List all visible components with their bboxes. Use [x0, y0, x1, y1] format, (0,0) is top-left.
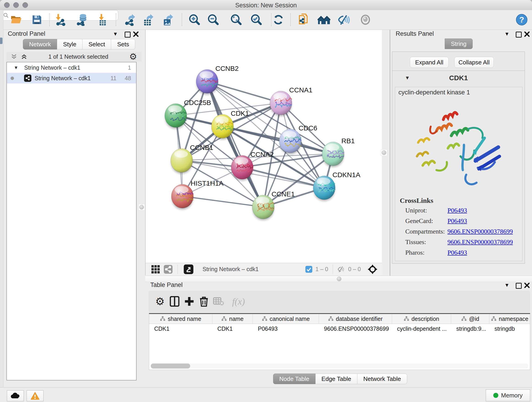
crosslink-genecard-link[interactable]: P06493: [447, 217, 467, 225]
table-horizontal-scrollbar[interactable]: [151, 364, 528, 369]
horizontal-splitter[interactable]: [145, 276, 532, 282]
toolbar-separator: [182, 13, 182, 26]
column-header-shared-name[interactable]: shared name: [149, 314, 212, 324]
document-share-icon: [298, 13, 310, 26]
birdseye-navigator-icon[interactable]: [367, 264, 378, 274]
column-type-icon: [328, 316, 334, 322]
open-in-new-window-icon[interactable]: [184, 264, 193, 274]
share-document-button[interactable]: [298, 13, 311, 26]
zoom-in-button[interactable]: [188, 13, 201, 26]
tree-caret-icon[interactable]: ▼: [14, 65, 18, 70]
tab-select[interactable]: Select: [82, 39, 111, 50]
crosslink-compartments-link[interactable]: 9606.ENSP00000378699: [447, 228, 513, 235]
crosslink-pharos-link[interactable]: P06493: [447, 249, 467, 256]
table-panel-menu-icon[interactable]: ▾: [505, 281, 508, 288]
cloud-button[interactable]: [7, 390, 24, 401]
export-image-button[interactable]: [161, 13, 175, 26]
node-count: 11: [110, 75, 116, 82]
show-columns-icon[interactable]: [167, 294, 182, 309]
crosslink-tissues-link[interactable]: 9606.ENSP00000378699: [447, 238, 513, 246]
column-header-name[interactable]: name: [212, 314, 253, 324]
column-type-icon: [221, 316, 227, 322]
tab-node-table[interactable]: Node Table: [273, 374, 316, 384]
delete-column-trash-icon[interactable]: [196, 294, 211, 309]
network-list-options-gear-icon[interactable]: ⚙: [129, 52, 137, 61]
node-label-CDC6: CDC6: [298, 124, 317, 132]
control-panel-menu-icon[interactable]: ▾: [114, 30, 117, 37]
tab-sets[interactable]: Sets: [111, 39, 135, 50]
collapse-all-button[interactable]: Collapse All: [454, 57, 494, 68]
share-network-icon[interactable]: [164, 265, 172, 274]
collapse-all-chevrons-icon[interactable]: [11, 53, 17, 60]
table-options-gear-icon[interactable]: ⚙: [152, 294, 167, 309]
column-header-id[interactable]: @id: [451, 314, 489, 324]
import-network-file-button[interactable]: [53, 13, 67, 26]
save-session-button[interactable]: [30, 13, 44, 26]
open-session-button[interactable]: [10, 13, 23, 26]
export-table-button[interactable]: [142, 13, 155, 26]
hide-unhide-button[interactable]: [337, 13, 351, 26]
results-panel: Results Panel ▾ String Expand All Collap…: [390, 30, 532, 276]
tab-string[interactable]: String: [445, 38, 473, 49]
network-canvas[interactable]: CCNB2CCNA1CDC25BCDK1CDC6RB1CCNB1CCNA2CDK…: [145, 30, 382, 263]
results-panel-close-icon[interactable]: [524, 31, 530, 37]
column-header-description[interactable]: description: [392, 314, 451, 324]
toolbar-separator: [49, 13, 50, 26]
warning-button[interactable]: [27, 390, 44, 401]
left-splitter-handle[interactable]: [138, 204, 145, 211]
search-icon: [3, 12, 9, 18]
zoom-selected-button[interactable]: [250, 13, 263, 26]
gene-symbol: CDK1: [392, 74, 525, 82]
string-home-button[interactable]: [317, 13, 331, 26]
control-panel-float-icon[interactable]: [125, 32, 131, 38]
results-panel-float-icon[interactable]: [516, 32, 522, 38]
create-column-icon[interactable]: [182, 294, 196, 309]
zoom-fit-button[interactable]: [230, 13, 243, 26]
column-header-canonical-name[interactable]: canonical name: [253, 314, 319, 324]
node-label-CCNE1: CCNE1: [272, 190, 295, 198]
tab-edge-table[interactable]: Edge Table: [316, 374, 357, 384]
export-network-button[interactable]: [123, 13, 137, 26]
layout-refresh-button[interactable]: [272, 13, 285, 26]
import-network-database-button[interactable]: [76, 13, 89, 26]
tab-style[interactable]: Style: [57, 39, 82, 50]
svg-text:?: ?: [519, 15, 524, 24]
bottom-status-bar: Memory: [0, 387, 532, 402]
import-table-icon: [96, 13, 108, 26]
network-collection-row[interactable]: ▼ String Network – cdk1 1: [7, 62, 136, 73]
scrollbar-thumb[interactable]: [151, 364, 190, 369]
selected-checkbox-icon[interactable]: [305, 266, 312, 273]
toggle-visibility-button[interactable]: [359, 13, 372, 26]
memory-button[interactable]: Memory: [486, 389, 530, 401]
import-table-button[interactable]: [95, 13, 109, 26]
cytoscape-window: Session: New Session: [0, 0, 532, 402]
string-network-graph[interactable]: CCNB2CCNA1CDC25BCDK1CDC6RB1CCNB1CCNA2CDK…: [146, 30, 382, 263]
column-header-database-identifier[interactable]: database identifier: [319, 314, 392, 324]
crosslink-row: Tissues:: [405, 238, 426, 246]
table-panel-title: Table Panel: [150, 281, 183, 288]
node-label-CDKN1A: CDKN1A: [332, 171, 360, 179]
help-button[interactable]: ?: [515, 13, 528, 26]
right-splitter-handle[interactable]: [381, 149, 387, 156]
tab-network[interactable]: Network: [23, 39, 57, 50]
results-panel-menu-icon[interactable]: ▾: [505, 30, 508, 37]
delete-table-icon[interactable]: [211, 294, 226, 309]
memory-label: Memory: [501, 392, 523, 399]
expand-all-chevrons-icon[interactable]: [21, 53, 27, 60]
function-builder-button[interactable]: f(x): [226, 294, 251, 309]
control-panel-close-icon[interactable]: [133, 31, 139, 37]
horizontal-splitter-dot[interactable]: [337, 277, 341, 281]
table-panel-float-icon[interactable]: [516, 283, 522, 289]
network-row[interactable]: String Network – cdk1 11 48: [7, 73, 136, 83]
tab-network-table[interactable]: Network Table: [357, 374, 407, 384]
expand-all-button[interactable]: Expand All: [410, 57, 449, 68]
network-row-label: String Network – cdk1: [35, 75, 91, 82]
crosslink-uniprot-link[interactable]: P06493: [447, 207, 467, 214]
table-row[interactable]: CDK1 CDK1 P06493 9606.ENSP00000378699 cy…: [149, 324, 530, 334]
grid-view-icon[interactable]: [152, 265, 160, 274]
column-header-namespace[interactable]: namespace: [489, 314, 530, 324]
table-panel-close-icon[interactable]: [524, 282, 530, 288]
current-network-name: String Network – cdk1: [203, 266, 259, 273]
zoom-out-button[interactable]: [207, 13, 220, 26]
node-label-CDK1: CDK1: [231, 109, 249, 117]
